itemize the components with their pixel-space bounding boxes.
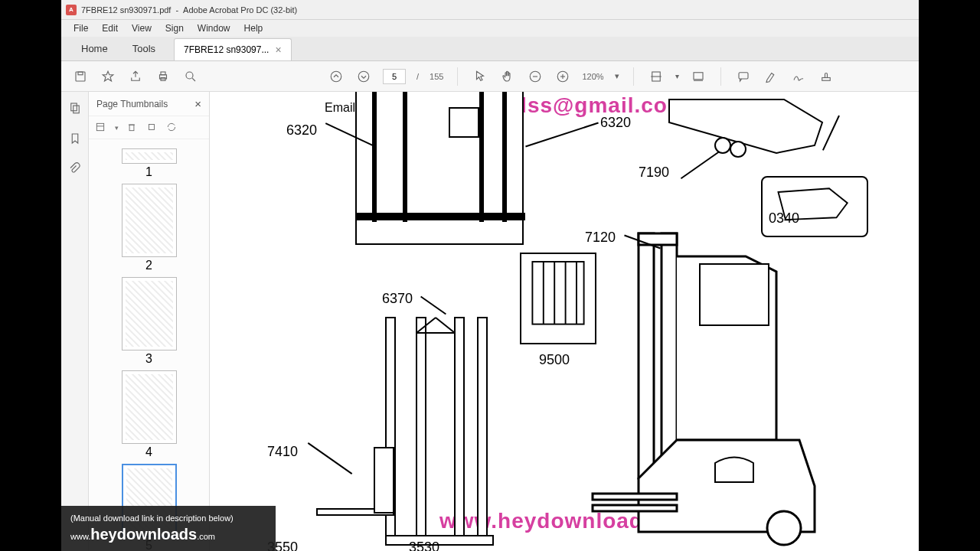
doc-filename: 7FBRE12 sn930971.pdf bbox=[81, 5, 171, 15]
thumb-delete-icon[interactable] bbox=[126, 122, 139, 134]
document-view[interactable]: Email us: heydownloadss@gmail.com www.he… bbox=[210, 92, 919, 551]
fit-width-icon[interactable] bbox=[648, 68, 665, 85]
tab-document-label: 7FBRE12 sn93097... bbox=[184, 44, 269, 55]
callout-3530: 3530 bbox=[409, 540, 439, 551]
menu-edit[interactable]: Edit bbox=[96, 21, 124, 35]
read-mode-icon[interactable] bbox=[690, 68, 707, 85]
page-up-icon[interactable] bbox=[328, 68, 345, 85]
callout-0340: 0340 bbox=[769, 210, 799, 227]
thumb-page[interactable] bbox=[122, 277, 177, 350]
menu-file[interactable]: File bbox=[67, 21, 94, 35]
menu-view[interactable]: View bbox=[126, 21, 158, 35]
svg-rect-47 bbox=[374, 448, 394, 513]
tab-bar: Home Tools 7FBRE12 sn93097... × bbox=[61, 37, 919, 61]
callout-6320b: 6320 bbox=[600, 115, 631, 131]
star-icon[interactable] bbox=[100, 68, 116, 85]
tab-home[interactable]: Home bbox=[69, 37, 120, 60]
thumbnail-panel-title: Page Thumbnails bbox=[96, 99, 168, 109]
thumb-page[interactable] bbox=[122, 184, 177, 257]
thumb-options-icon[interactable] bbox=[95, 122, 107, 134]
thumb-page[interactable] bbox=[122, 148, 177, 164]
svg-rect-19 bbox=[822, 77, 830, 80]
pdf-app-icon: A bbox=[66, 5, 77, 15]
banner-caption: (Manual download link in description bel… bbox=[70, 514, 266, 523]
svg-rect-29 bbox=[639, 233, 654, 478]
attachment-icon[interactable] bbox=[67, 161, 83, 178]
thumb-rotate-icon[interactable] bbox=[146, 122, 158, 134]
svg-rect-24 bbox=[129, 125, 134, 131]
page-down-icon[interactable] bbox=[355, 68, 372, 85]
svg-rect-16 bbox=[694, 72, 703, 79]
main-area: Page Thumbnails × ▾ 1 2 3 4 5 ◂ Email us… bbox=[61, 92, 919, 551]
tab-document[interactable]: 7FBRE12 sn93097... × bbox=[174, 38, 292, 60]
pdf-page-content: Email us: heydownloadss@gmail.com www.he… bbox=[210, 92, 919, 551]
toolbar: / 155 120% ▾ ▾ bbox=[61, 61, 919, 92]
banner-suffix: .com bbox=[197, 532, 215, 541]
diagram-mast bbox=[302, 310, 501, 551]
thumb-options-dropdown-icon[interactable]: ▾ bbox=[115, 124, 119, 132]
fit-dropdown-icon[interactable]: ▾ bbox=[675, 72, 679, 80]
thumbnail-panel: Page Thumbnails × ▾ 1 2 3 4 5 bbox=[89, 92, 210, 551]
comment-icon[interactable] bbox=[735, 68, 752, 85]
svg-rect-21 bbox=[73, 106, 79, 113]
banner-brand: heydownloads bbox=[90, 526, 197, 543]
video-overlay-banner: (Manual download link in description bel… bbox=[61, 506, 276, 551]
diagram-forklift bbox=[577, 226, 876, 551]
svg-rect-34 bbox=[593, 494, 677, 500]
svg-rect-32 bbox=[700, 264, 769, 325]
svg-point-33 bbox=[767, 511, 801, 545]
callout-7120: 7120 bbox=[585, 230, 616, 246]
search-icon[interactable] bbox=[182, 68, 199, 85]
diagram-guard bbox=[520, 253, 596, 344]
callout-6370: 6370 bbox=[382, 291, 413, 307]
svg-point-7 bbox=[331, 71, 341, 82]
callout-9500: 9500 bbox=[539, 352, 570, 368]
stamp-icon[interactable] bbox=[818, 68, 835, 85]
zoom-in-icon[interactable] bbox=[554, 68, 571, 85]
print-icon[interactable] bbox=[155, 68, 172, 85]
page-total: 155 bbox=[430, 72, 443, 81]
svg-rect-35 bbox=[593, 505, 677, 511]
svg-point-5 bbox=[186, 72, 193, 79]
sign-icon[interactable] bbox=[790, 68, 807, 85]
svg-rect-22 bbox=[96, 123, 103, 130]
highlight-icon[interactable] bbox=[763, 68, 779, 85]
page-number-input[interactable] bbox=[383, 69, 406, 84]
svg-rect-18 bbox=[739, 72, 748, 78]
svg-point-8 bbox=[358, 71, 369, 82]
acrobat-window: A 7FBRE12 sn930971.pdf - Adobe Acrobat P… bbox=[61, 0, 919, 551]
bookmark-icon[interactable] bbox=[67, 130, 83, 147]
svg-line-50 bbox=[436, 318, 455, 333]
diagram-hydraulic bbox=[355, 92, 524, 245]
thumbnail-panel-close-icon[interactable]: × bbox=[194, 97, 201, 110]
thumbnails-icon[interactable] bbox=[67, 99, 83, 116]
zoom-out-icon[interactable] bbox=[527, 68, 544, 85]
svg-rect-20 bbox=[70, 103, 77, 111]
tab-close-icon[interactable]: × bbox=[275, 44, 281, 56]
menu-window[interactable]: Window bbox=[191, 21, 237, 35]
menu-sign[interactable]: Sign bbox=[159, 21, 190, 35]
menu-help[interactable]: Help bbox=[238, 21, 270, 35]
pointer-icon[interactable] bbox=[472, 68, 488, 85]
thumbnail-list[interactable]: 1 2 3 4 5 bbox=[89, 139, 209, 551]
menu-bar: File Edit View Sign Window Help bbox=[61, 20, 919, 37]
diagram-bracket bbox=[662, 92, 838, 176]
page-sep: / bbox=[416, 72, 419, 81]
svg-point-28 bbox=[730, 142, 746, 157]
tab-tools[interactable]: Tools bbox=[120, 37, 168, 60]
thumb-page[interactable] bbox=[122, 370, 177, 444]
callout-6320a: 6320 bbox=[286, 122, 317, 139]
svg-rect-3 bbox=[161, 72, 165, 75]
title-bar: A 7FBRE12 sn930971.pdf - Adobe Acrobat P… bbox=[61, 0, 919, 20]
svg-rect-1 bbox=[78, 72, 83, 75]
thumb-refresh-icon[interactable] bbox=[166, 122, 178, 134]
callout-7190: 7190 bbox=[639, 165, 669, 181]
app-name: Adobe Acrobat Pro DC (32-bit) bbox=[183, 5, 297, 15]
hand-icon[interactable] bbox=[499, 68, 516, 85]
zoom-value[interactable]: 120% bbox=[582, 72, 603, 81]
save-icon[interactable] bbox=[72, 68, 89, 85]
share-icon[interactable] bbox=[127, 68, 144, 85]
svg-line-6 bbox=[192, 78, 195, 81]
svg-rect-44 bbox=[478, 318, 487, 540]
zoom-dropdown-icon[interactable]: ▾ bbox=[615, 71, 619, 81]
